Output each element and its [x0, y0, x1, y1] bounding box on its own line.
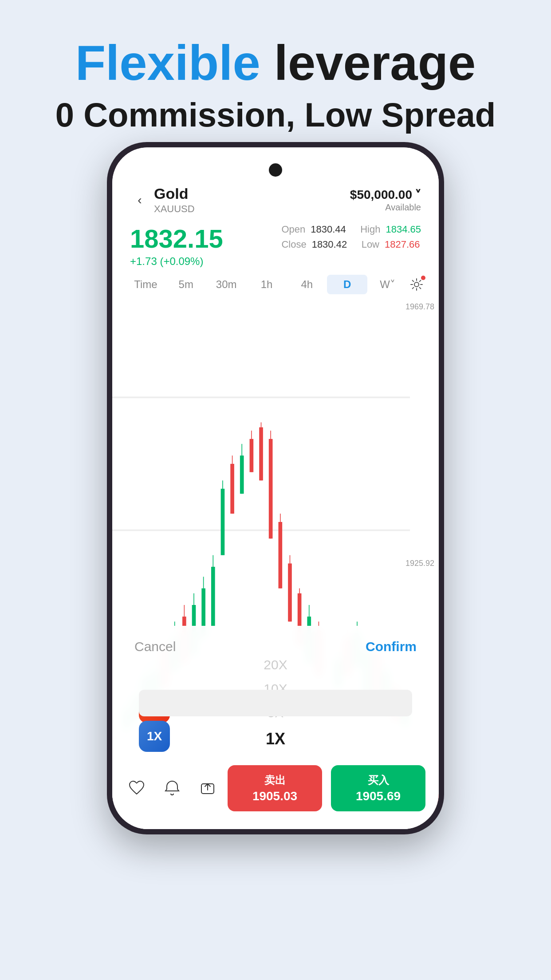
tab-30m[interactable]: 30m — [206, 275, 247, 294]
leverage-text: leverage — [260, 35, 476, 91]
picker-header: Cancel Confirm — [112, 626, 439, 659]
balance-area[interactable]: $50,000.00 ˅ Available — [350, 188, 421, 213]
tab-time[interactable]: Time — [126, 275, 166, 294]
svg-rect-39 — [288, 564, 292, 622]
phone-wrapper: ‹ Gold XAUUSD $50,000.00 ˅ Available — [107, 142, 444, 834]
svg-rect-31 — [250, 439, 254, 472]
asset-info: Gold XAUUSD — [150, 185, 350, 215]
phone-inner: ‹ Gold XAUUSD $50,000.00 ˅ Available — [112, 147, 439, 829]
close-label: Close — [281, 239, 306, 250]
header-section: Flexible leverage 0 Commission, Low Spre… — [0, 0, 551, 153]
picker-item-20x[interactable]: 20X — [264, 659, 287, 677]
flexible-text: Flexible — [75, 35, 260, 91]
price-label-mid: 1925.92 — [405, 559, 434, 568]
buy-price: 1905.69 — [335, 789, 421, 803]
svg-rect-37 — [278, 522, 282, 589]
balance-label: Available — [350, 202, 421, 213]
sell-label: 卖出 — [232, 773, 318, 787]
leverage-picker-panel: Cancel Confirm NX 20X 10X 5X 1X — [112, 626, 439, 829]
top-bar: ‹ Gold XAUUSD $50,000.00 ˅ Available — [112, 147, 439, 224]
high-label: High — [360, 224, 380, 235]
buy-label: 买入 — [335, 773, 421, 787]
app-screen: ‹ Gold XAUUSD $50,000.00 ˅ Available — [112, 147, 439, 829]
svg-rect-23 — [211, 567, 215, 627]
confirm-button[interactable]: Confirm — [366, 639, 417, 654]
share-icon[interactable] — [197, 777, 219, 799]
tab-4h[interactable]: 4h — [287, 275, 327, 294]
svg-rect-27 — [230, 464, 234, 514]
svg-point-0 — [414, 282, 419, 287]
high-val: 1834.65 — [386, 224, 421, 235]
alert-icon[interactable] — [161, 777, 183, 799]
svg-rect-35 — [269, 439, 273, 538]
tab-1h[interactable]: 1h — [247, 275, 287, 294]
low-val: 1827.66 — [385, 239, 420, 250]
tab-5m[interactable]: 5m — [166, 275, 206, 294]
tab-w[interactable]: W˅ — [367, 275, 408, 294]
price-label-high: 1969.78 — [405, 302, 434, 312]
price-section: 1832.15 +1.73 (+0.09%) Open 1830.44 High… — [112, 224, 439, 275]
back-button[interactable]: ‹ — [130, 190, 150, 210]
sell-price: 1905.03 — [232, 789, 318, 803]
onex-logo: 1X — [139, 721, 170, 752]
camera — [269, 163, 282, 177]
svg-rect-33 — [259, 427, 263, 481]
action-icons — [126, 777, 219, 799]
open-label: Open — [281, 224, 305, 235]
favorite-icon[interactable] — [126, 777, 148, 799]
picker-item-1x[interactable]: 1X — [266, 725, 285, 747]
asset-pair: XAUUSD — [154, 203, 350, 215]
header-title: Flexible leverage — [0, 36, 551, 90]
low-label: Low — [362, 239, 379, 250]
balance-value: $50,000.00 ˅ — [350, 188, 421, 202]
bottom-actions: 卖出 1905.03 买入 1905.69 — [112, 756, 439, 829]
settings-icon[interactable] — [408, 276, 425, 293]
buy-button[interactable]: 买入 1905.69 — [331, 765, 425, 811]
settings-notification-dot — [421, 276, 425, 280]
time-tabs: Time 5m 30m 1h 4h D W˅ — [112, 275, 439, 298]
price-row-wrapper: 1832.15 +1.73 (+0.09%) Open 1830.44 High… — [130, 224, 421, 268]
close-val: 1830.42 — [312, 239, 356, 250]
header-subtitle: 0 Commission, Low Spread — [0, 95, 551, 135]
sell-button[interactable]: 卖出 1905.03 — [228, 765, 322, 811]
cancel-button[interactable]: Cancel — [134, 639, 176, 654]
svg-rect-29 — [240, 455, 244, 494]
svg-rect-25 — [221, 489, 225, 555]
price-change: +1.73 (+0.09%) — [130, 255, 281, 268]
phone-frame: ‹ Gold XAUUSD $50,000.00 ˅ Available — [107, 142, 444, 834]
tab-d[interactable]: D — [327, 275, 367, 294]
open-val: 1830.44 — [311, 224, 355, 235]
picker-highlight — [139, 690, 412, 716]
picker-wheel-container[interactable]: NX 20X 10X 5X 1X 1X — [112, 659, 439, 756]
asset-name: Gold — [154, 185, 350, 202]
current-price: 1832.15 — [130, 224, 281, 253]
